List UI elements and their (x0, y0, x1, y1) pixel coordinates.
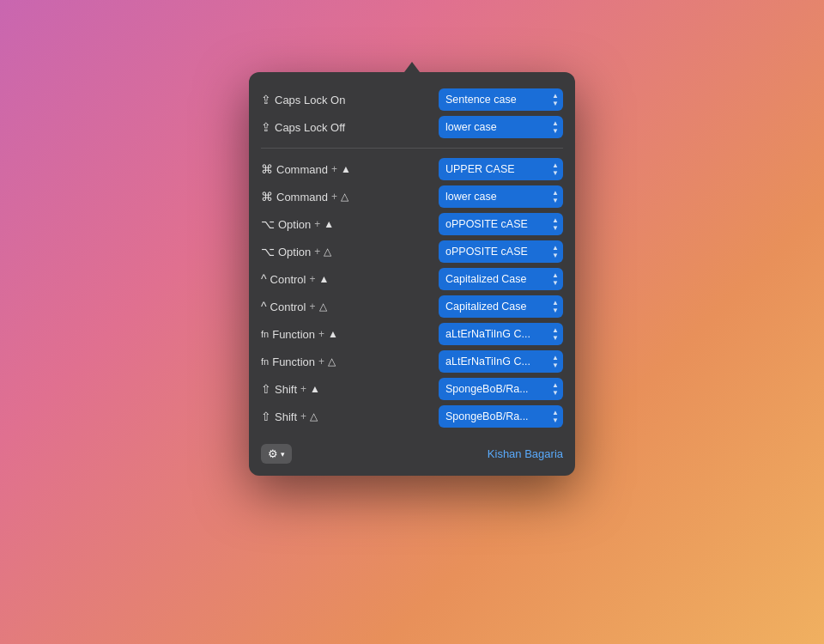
shift-shift-outline-label: ⇧ Shift + △ (261, 410, 398, 423)
caps-lock-off-select[interactable]: lower case ▲▼ (439, 116, 563, 138)
caps-lock-on-label: ⇪ Caps Lock On (261, 93, 398, 106)
option-icon: ⌥ (261, 217, 275, 231)
control-shift-outline-value: Capitalized Case (445, 301, 527, 313)
chevron-updown-icon: ▲▼ (552, 410, 559, 424)
chevron-updown-icon: ▲▼ (552, 327, 559, 342)
option-shift-filled-select[interactable]: oPPOSITE cASE ▲▼ (439, 213, 563, 235)
shift-outline-icon3: △ (319, 301, 327, 313)
caps-lock-on-icon: ⇪ (261, 93, 271, 106)
option-label: Option (278, 218, 311, 231)
chevron-updown-icon: ▲▼ (552, 382, 559, 397)
shift-filled-icon4: ▲ (328, 328, 338, 340)
table-row: ⇪ Caps Lock On Sentence case ▲▼ (261, 86, 563, 113)
shift-filled-icon: ▲ (341, 163, 351, 175)
gear-icon: ⚙ (268, 447, 278, 460)
table-row: ⌘ Command + △ lower case ▲▼ (261, 183, 563, 210)
control-shift-filled-select[interactable]: Capitalized Case ▲▼ (439, 268, 563, 290)
caps-lock-section: ⇪ Caps Lock On Sentence case ▲▼ ⇪ Caps L… (261, 86, 563, 141)
chevron-updown-icon: ▲▼ (552, 245, 559, 259)
shift-outline-icon4: △ (328, 355, 336, 368)
shift-outline-icon5: △ (310, 410, 318, 422)
command-shift-outline-select[interactable]: lower case ▲▼ (439, 185, 563, 208)
caps-lock-off-label: ⇪ Caps Lock Off (261, 120, 398, 134)
chevron-updown-icon: ▲▼ (552, 93, 559, 107)
control-icon2: ^ (261, 300, 267, 313)
fn-icon2: fn (261, 356, 269, 367)
chevron-updown-icon: ▲▼ (552, 272, 559, 287)
fn-shift-outline-label: fn Function + △ (261, 355, 398, 368)
table-row: fn Function + △ aLtErNaTiInG C... ▲▼ (261, 348, 563, 375)
shift-shift-filled-select[interactable]: SpongeBoB/Ra... ▲▼ (439, 378, 563, 400)
control-icon: ^ (261, 272, 267, 286)
table-row: ^ Control + △ Capitalized Case ▲▼ (261, 293, 563, 320)
control-label2: Control (270, 301, 306, 313)
table-row: ⌘ Command + ▲ UPPER CASE ▲▼ (261, 155, 563, 183)
fn-icon: fn (261, 329, 269, 339)
option-shift-outline-label: ⌥ Option + △ (261, 245, 398, 258)
caps-lock-off-text: Caps Lock Off (275, 121, 345, 134)
control-label: Control (270, 273, 306, 286)
chevron-updown-icon: ▲▼ (552, 355, 559, 369)
table-row: fn Function + ▲ aLtErNaTiInG C... ▲▼ (261, 320, 563, 348)
option-shift-filled-label: ⌥ Option + ▲ (261, 217, 398, 231)
command-shift-outline-label: ⌘ Command + △ (261, 190, 398, 204)
fn-shift-filled-label: fn Function + ▲ (261, 328, 398, 341)
command-shift-filled-label: ⌘ Command + ▲ (261, 162, 398, 176)
modifier-section: ⌘ Command + ▲ UPPER CASE ▲▼ ⌘ Command + … (261, 155, 563, 430)
command-shift-filled-value: UPPER CASE (445, 163, 515, 175)
option-shift-outline-value: oPPOSITE cASE (445, 246, 528, 258)
command-shift-filled-select[interactable]: UPPER CASE ▲▼ (439, 158, 563, 180)
shift-filled-icon2: ▲ (324, 218, 334, 230)
shift-filled-icon5: ▲ (310, 383, 320, 395)
author-link[interactable]: Kishan Bagaria (488, 447, 563, 460)
chevron-updown-icon: ▲▼ (552, 300, 559, 314)
command-icon: ⌘ (261, 162, 273, 176)
table-row: ⇧ Shift + ▲ SpongeBoB/Ra... ▲▼ (261, 375, 563, 403)
shift-shift-outline-select[interactable]: SpongeBoB/Ra... ▲▼ (439, 405, 563, 428)
option-shift-filled-value: oPPOSITE cASE (445, 218, 528, 230)
gear-chevron-icon: ▾ (281, 450, 285, 459)
control-shift-filled-value: Capitalized Case (445, 273, 527, 285)
divider (261, 148, 563, 149)
shift-outline-icon: △ (341, 191, 348, 203)
shift-shift-filled-label: ⇧ Shift + ▲ (261, 382, 398, 396)
caps-lock-on-value: Sentence case (445, 94, 517, 106)
table-row: ⇧ Shift + △ SpongeBoB/Ra... ▲▼ (261, 403, 563, 430)
command-label: Command (276, 163, 328, 176)
command-shift-outline-value: lower case (445, 191, 497, 203)
table-row: ⌥ Option + △ oPPOSITE cASE ▲▼ (261, 238, 563, 265)
caps-lock-on-select-wrapper: Sentence case ▲▼ (439, 88, 563, 111)
fn-shift-outline-value: aLtErNaTiInG C... (445, 355, 530, 368)
shift-outline-icon2: △ (324, 246, 331, 258)
chevron-updown-icon: ▲▼ (552, 120, 559, 135)
chevron-updown-icon: ▲▼ (552, 190, 559, 204)
footer: ⚙ ▾ Kishan Bagaria (261, 439, 563, 464)
chevron-updown-icon: ▲▼ (552, 162, 559, 177)
shift-icon2: ⇧ (261, 410, 271, 423)
caps-lock-on-text: Caps Lock On (275, 94, 345, 106)
control-shift-filled-label: ^ Control + ▲ (261, 272, 398, 286)
control-shift-outline-label: ^ Control + △ (261, 300, 398, 313)
shift-label2: Shift (275, 410, 297, 423)
table-row: ⇪ Caps Lock Off lower case ▲▼ (261, 113, 563, 141)
fn-shift-outline-select[interactable]: aLtErNaTiInG C... ▲▼ (439, 350, 563, 373)
fn-shift-filled-value: aLtErNaTiInG C... (445, 328, 530, 340)
table-row: ^ Control + ▲ Capitalized Case ▲▼ (261, 265, 563, 293)
popover-panel: ⇪ Caps Lock On Sentence case ▲▼ ⇪ Caps L… (249, 72, 575, 476)
fn-shift-filled-select[interactable]: aLtErNaTiInG C... ▲▼ (439, 323, 563, 345)
caps-lock-off-value: lower case (445, 121, 497, 133)
chevron-updown-icon: ▲▼ (552, 217, 559, 232)
popover-arrow (404, 62, 420, 72)
caps-lock-on-select[interactable]: Sentence case ▲▼ (439, 88, 563, 111)
shift-label: Shift (275, 383, 297, 396)
command-label2: Command (276, 191, 328, 204)
caps-lock-off-icon: ⇪ (261, 120, 271, 134)
shift-filled-icon3: ▲ (319, 273, 330, 285)
option-shift-outline-select[interactable]: oPPOSITE cASE ▲▼ (439, 240, 563, 263)
control-shift-outline-select[interactable]: Capitalized Case ▲▼ (439, 295, 563, 318)
table-row: ⌥ Option + ▲ oPPOSITE cASE ▲▼ (261, 210, 563, 238)
gear-settings-button[interactable]: ⚙ ▾ (261, 444, 292, 464)
option-icon2: ⌥ (261, 245, 275, 258)
shift-icon: ⇧ (261, 382, 271, 396)
shift-shift-outline-value: SpongeBoB/Ra... (445, 410, 529, 422)
